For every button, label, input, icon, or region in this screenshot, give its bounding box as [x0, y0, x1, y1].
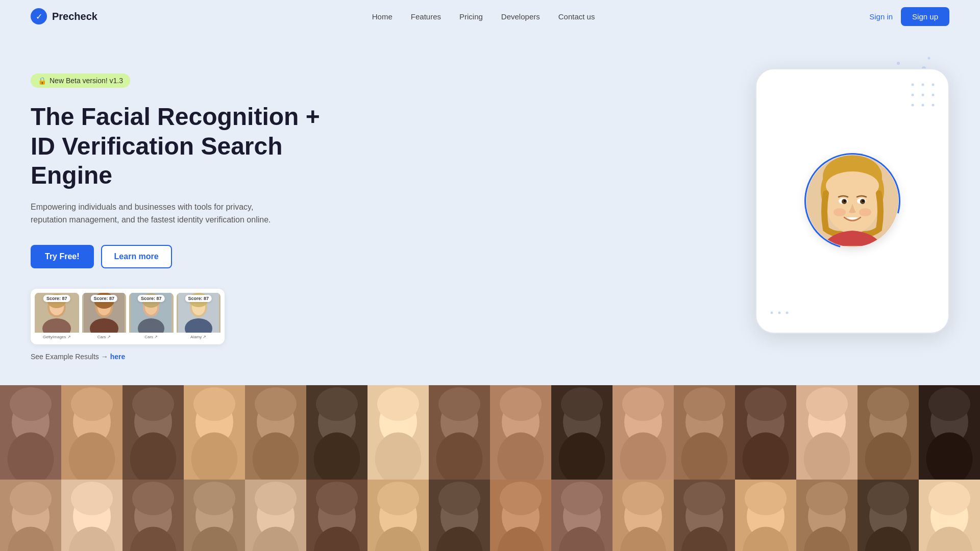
result-source-1[interactable]: GettyImages ↗: [35, 333, 79, 340]
result-source-4[interactable]: Alamy ↗: [177, 333, 221, 340]
face-cell: [919, 480, 980, 551]
svg-point-164: [683, 482, 725, 515]
face-cell: [368, 480, 429, 551]
result-card-4[interactable]: Score: 87 Alamy ↗: [177, 293, 221, 340]
svg-point-64: [132, 387, 174, 421]
svg-point-60: [71, 387, 113, 421]
logo-text: Precheck: [52, 11, 97, 22]
svg-point-72: [255, 387, 297, 421]
svg-point-27: [912, 84, 914, 86]
face-cell: [674, 385, 735, 480]
beta-badge: 🔒 New Beta version! v1.3: [31, 73, 130, 88]
nav-contact[interactable]: Contact us: [558, 12, 595, 21]
svg-point-128: [132, 482, 174, 515]
hero-content: 🔒 New Beta version! v1.3 The Facial Reco…: [31, 63, 357, 361]
face-cell: [184, 480, 245, 551]
result-card-3[interactable]: Score: 87 Cars ↗: [129, 293, 174, 340]
face-cell: [429, 480, 490, 551]
face-grid: // Generate face cells with varied skin …: [0, 385, 980, 551]
face-cell: [612, 385, 674, 480]
result-score-3: Score: 87: [138, 295, 165, 302]
svg-point-76: [316, 387, 358, 421]
signin-button[interactable]: Sign in: [869, 12, 893, 21]
face-cell: [245, 480, 306, 551]
nav-features[interactable]: Features: [411, 12, 441, 21]
svg-point-132: [193, 482, 235, 515]
face-cell: [551, 480, 612, 551]
svg-point-3: [928, 57, 930, 60]
svg-point-34: [922, 104, 924, 107]
svg-point-104: [745, 387, 787, 421]
svg-point-96: [622, 387, 664, 421]
face-cell: [306, 385, 368, 480]
face-cell: [122, 385, 184, 480]
badge-emoji: 🔒: [38, 77, 46, 85]
nav-pricing[interactable]: Pricing: [459, 12, 483, 21]
face-cell: [306, 480, 368, 551]
nav-developers[interactable]: Developers: [501, 12, 540, 21]
svg-point-31: [922, 94, 924, 96]
svg-point-33: [912, 104, 914, 107]
svg-point-80: [377, 387, 419, 421]
svg-point-112: [867, 387, 909, 421]
svg-point-140: [316, 482, 358, 515]
phone-bottom-dots: [767, 305, 792, 322]
svg-point-68: [193, 387, 235, 421]
svg-point-30: [912, 94, 914, 96]
see-example-text: See Example Results →: [31, 353, 110, 361]
phone-dots: [908, 80, 938, 112]
badge-text: New Beta version! v1.3: [50, 77, 123, 85]
navbar: ✓ Precheck Home Features Pricing Develop…: [0, 0, 980, 33]
svg-point-51: [778, 312, 781, 314]
svg-point-28: [922, 84, 924, 86]
face-cell: [429, 385, 490, 480]
hero-buttons: Try Free! Learn more: [31, 245, 357, 268]
face-cell: [122, 480, 184, 551]
svg-point-124: [71, 482, 113, 515]
logo-link[interactable]: ✓ Precheck: [31, 8, 97, 24]
phone-mockup: [755, 68, 949, 334]
face-cell: [857, 385, 919, 480]
result-score-1: Score: 87: [43, 295, 70, 302]
hero-title: The Facial Recognition + ID Verification…: [31, 102, 357, 190]
avatar-ring: [787, 136, 918, 267]
svg-point-108: [806, 387, 848, 421]
hero-section: 🔒 New Beta version! v1.3 The Facial Reco…: [0, 33, 980, 381]
hero-subtitle: Empowering individuals and businesses wi…: [31, 201, 276, 227]
svg-point-148: [438, 482, 480, 515]
nav-auth: Sign in Sign up: [869, 7, 949, 26]
svg-point-52: [786, 312, 789, 314]
learn-more-button[interactable]: Learn more: [101, 245, 172, 268]
results-preview: Score: 87 GettyImages ↗ Score: 87: [31, 289, 225, 344]
face-cell: [735, 385, 796, 480]
nav-home[interactable]: Home: [372, 12, 393, 21]
see-example: See Example Results → here: [31, 353, 357, 361]
face-cell: [551, 385, 612, 480]
face-cell: [919, 385, 980, 480]
svg-point-160: [622, 482, 664, 515]
face-cell: [674, 480, 735, 551]
face-cell: [735, 480, 796, 551]
result-card-1[interactable]: Score: 87 GettyImages ↗: [35, 293, 79, 340]
result-card-2[interactable]: Score: 87 Cars ↗: [82, 293, 127, 340]
face-cell: [796, 385, 857, 480]
logo-icon: ✓: [31, 8, 47, 24]
svg-point-32: [932, 94, 935, 96]
result-source-2[interactable]: Cars ↗: [82, 333, 127, 340]
nav-links: Home Features Pricing Developers Contact…: [372, 12, 595, 21]
svg-point-168: [745, 482, 787, 515]
svg-point-176: [867, 482, 909, 515]
svg-point-29: [932, 84, 935, 86]
see-example-link[interactable]: here: [110, 353, 126, 361]
face-cell: [61, 385, 122, 480]
face-cell: [245, 385, 306, 480]
signup-button[interactable]: Sign up: [901, 7, 949, 26]
result-source-3[interactable]: Cars ↗: [129, 333, 174, 340]
face-cell: [368, 385, 429, 480]
svg-point-152: [500, 482, 542, 515]
svg-point-144: [377, 482, 419, 515]
svg-point-92: [561, 387, 603, 421]
face-cell: [0, 385, 61, 480]
try-free-button[interactable]: Try Free!: [31, 245, 94, 268]
svg-point-100: [683, 387, 725, 421]
